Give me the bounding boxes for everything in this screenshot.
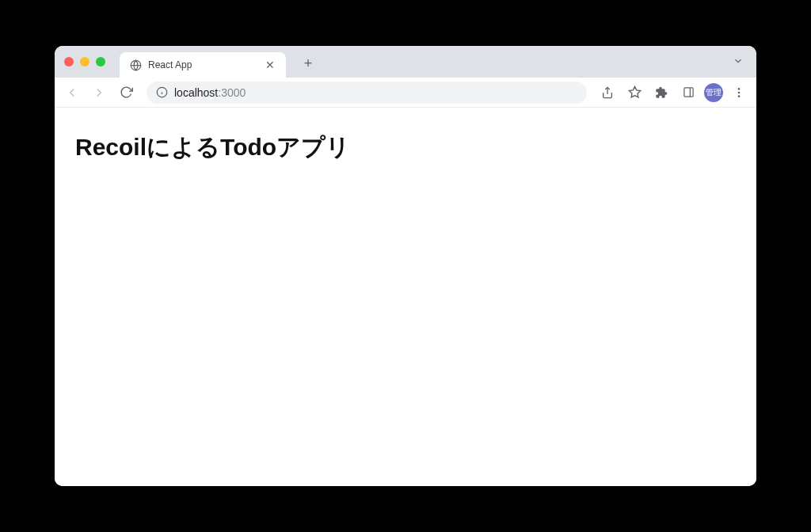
maximize-window-button[interactable] (96, 57, 105, 66)
avatar-label: 管理 (706, 87, 722, 98)
bookmark-button[interactable] (623, 82, 645, 104)
url-host: localhost (174, 86, 218, 99)
titlebar: React App ✕ + (55, 46, 756, 78)
svg-point-9 (738, 88, 741, 90)
browser-tab[interactable]: React App ✕ (120, 52, 286, 78)
close-tab-button[interactable]: ✕ (264, 59, 276, 71)
globe-icon (129, 59, 142, 71)
url-text: localhost:3000 (174, 86, 246, 99)
page-title: RecoilによるTodoアプリ (75, 131, 736, 164)
tabs-dropdown-button[interactable] (733, 55, 744, 70)
page-content: RecoilによるTodoアプリ (55, 108, 756, 486)
side-panel-button[interactable] (677, 82, 699, 104)
svg-point-10 (738, 91, 741, 93)
svg-point-11 (738, 95, 741, 97)
svg-marker-6 (629, 86, 640, 97)
reload-button[interactable] (115, 82, 137, 104)
url-port: :3000 (218, 86, 246, 99)
new-tab-button[interactable]: + (299, 55, 318, 72)
browser-window: React App ✕ + localhost:3000 (55, 46, 756, 486)
window-controls (64, 57, 105, 66)
minimize-window-button[interactable] (80, 57, 89, 66)
address-bar[interactable]: localhost:3000 (147, 82, 587, 104)
menu-button[interactable] (728, 82, 750, 104)
share-button[interactable] (596, 82, 619, 104)
tab-title: React App (148, 59, 257, 70)
profile-avatar[interactable]: 管理 (704, 83, 723, 102)
svg-rect-7 (683, 88, 692, 97)
close-window-button[interactable] (64, 57, 74, 66)
back-button[interactable] (61, 82, 83, 104)
extensions-button[interactable] (650, 82, 672, 104)
forward-button[interactable] (88, 82, 110, 104)
toolbar: localhost:3000 管理 (55, 78, 756, 108)
site-info-icon[interactable] (156, 86, 168, 98)
